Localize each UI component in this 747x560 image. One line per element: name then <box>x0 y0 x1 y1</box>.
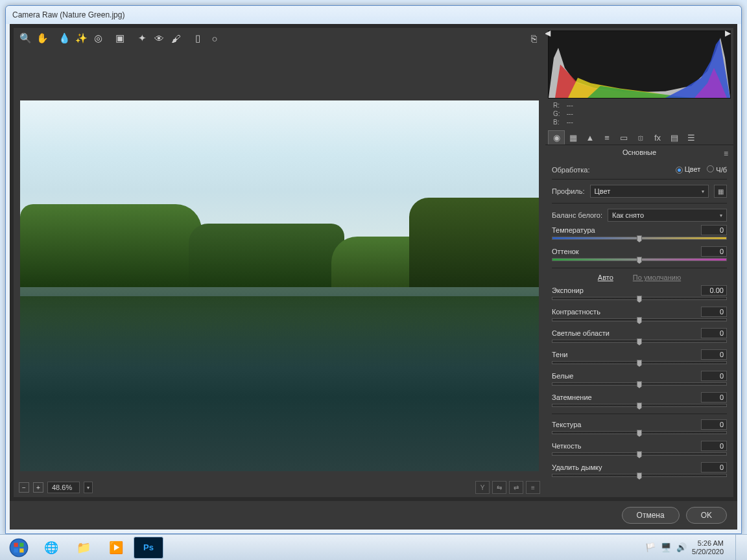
image-preview <box>20 55 539 471</box>
taskbar-ie-icon[interactable]: 🌐 <box>36 537 66 559</box>
spot-removal-tool-icon[interactable]: ✦ <box>134 30 150 46</box>
contrast-value[interactable]: 0 <box>701 307 727 317</box>
tray-volume-icon[interactable]: 🔊 <box>676 542 687 552</box>
panel-body: Обработка: Цвет Ч/б Профиль: Цвет▾ ▦ <box>545 159 733 497</box>
contrast-label: Контрастность <box>552 308 600 316</box>
shadow-clip-icon[interactable]: ◀ <box>545 29 554 38</box>
tint-slider[interactable] <box>552 258 727 261</box>
temperature-slider[interactable] <box>552 237 727 240</box>
before-after-icon[interactable]: Y <box>475 481 490 494</box>
panel-title: Основные <box>622 148 656 156</box>
start-button[interactable] <box>4 537 34 559</box>
texture-label: Текстура <box>552 421 581 428</box>
tab-basic-icon[interactable]: ◉ <box>548 130 565 145</box>
radial-filter-tool-icon[interactable]: ○ <box>207 30 222 46</box>
panel-tabs: ◉ ▦ ▲ ≡ ▭ ⎅ fx ▤ ☰ <box>545 128 733 145</box>
tab-split-icon[interactable]: ▭ <box>615 130 632 145</box>
dehaze-label: Удалить дымку <box>552 463 602 471</box>
adjustment-brush-tool-icon[interactable]: 🖌 <box>168 30 184 46</box>
svg-point-0 <box>10 539 28 557</box>
treatment-bw-radio[interactable]: Ч/б <box>707 165 727 174</box>
zoom-out-button[interactable]: − <box>19 482 29 493</box>
temperature-value[interactable]: 0 <box>701 225 727 235</box>
wb-select[interactable]: Как снято▾ <box>608 209 727 222</box>
tab-lens-icon[interactable]: ⎅ <box>632 130 649 145</box>
blacks-value[interactable]: 0 <box>701 392 727 402</box>
treatment-label: Обработка: <box>552 166 590 174</box>
tab-detail-icon[interactable]: ▲ <box>582 130 599 145</box>
tab-fx-icon[interactable]: fx <box>649 130 666 145</box>
wb-label: Баланс белого: <box>552 211 602 219</box>
texture-slider[interactable] <box>552 431 727 434</box>
shadows-value[interactable]: 0 <box>701 349 727 360</box>
color-sampler-tool-icon[interactable]: ✨ <box>73 30 89 46</box>
dehaze-value[interactable]: 0 <box>701 462 727 472</box>
zoom-dropdown[interactable]: ▾ <box>84 482 93 493</box>
exposure-value[interactable]: 0.00 <box>701 285 727 296</box>
exposure-slider[interactable] <box>552 297 727 300</box>
image-canvas[interactable] <box>14 49 545 478</box>
default-link[interactable]: По умолчанию <box>633 274 681 281</box>
clock-date: 5/20/2020 <box>692 548 724 556</box>
swap-icon[interactable]: ⇄ <box>509 481 523 494</box>
profile-label: Профиль: <box>552 187 585 195</box>
white-balance-tool-icon[interactable]: 💧 <box>56 30 72 46</box>
shadows-slider[interactable] <box>552 361 727 364</box>
camera-raw-window: Camera Raw (Nature Green.jpg) 🔍 ✋ 💧 ✨ ◎ … <box>5 5 742 534</box>
window-titlebar[interactable]: Camera Raw (Nature Green.jpg) <box>6 6 741 24</box>
auto-link[interactable]: Авто <box>598 274 613 281</box>
svg-rect-3 <box>14 548 18 552</box>
svg-rect-2 <box>19 542 23 546</box>
zoom-value[interactable]: 48.6% <box>47 482 80 493</box>
exposure-label: Экспонир <box>552 286 584 294</box>
app-body: 🔍 ✋ 💧 ✨ ◎ ▣ ✦ 👁 🖌 ▯ ○ ⎘ <box>10 24 737 530</box>
cancel-button[interactable]: Отмена <box>622 507 680 524</box>
targeted-adjust-tool-icon[interactable]: ◎ <box>90 30 106 46</box>
zoom-tool-icon[interactable]: 🔍 <box>18 30 33 46</box>
taskbar-clock[interactable]: 5:26 AM 5/20/2020 <box>692 539 728 556</box>
blacks-label: Затемнение <box>552 393 592 401</box>
preferences-icon[interactable]: ⎘ <box>526 30 541 46</box>
tab-curve-icon[interactable]: ▦ <box>565 130 582 145</box>
whites-slider[interactable] <box>552 382 727 386</box>
tint-value[interactable]: 0 <box>701 246 727 257</box>
ok-button[interactable]: OK <box>686 507 727 524</box>
tab-calibration-icon[interactable]: ▤ <box>666 130 683 145</box>
highlight-clip-icon[interactable]: ▶ <box>725 29 733 38</box>
histogram[interactable]: ◀ ▶ <box>548 30 731 99</box>
blacks-slider[interactable] <box>552 404 727 407</box>
show-desktop-button[interactable] <box>735 535 743 561</box>
highlights-label: Светлые области <box>552 329 610 337</box>
tab-hsl-icon[interactable]: ≡ <box>599 130 615 145</box>
profile-select[interactable]: Цвет▾ <box>590 185 709 198</box>
graduated-filter-tool-icon[interactable]: ▯ <box>190 30 206 46</box>
crop-tool-icon[interactable]: ▣ <box>112 30 128 46</box>
profile-browser-icon[interactable]: ▦ <box>714 185 727 198</box>
tray-flag-icon[interactable]: 🏳️ <box>645 542 656 552</box>
taskbar-photoshop-icon[interactable]: Ps <box>134 537 163 559</box>
whites-value[interactable]: 0 <box>701 371 727 381</box>
hand-tool-icon[interactable]: ✋ <box>34 30 50 46</box>
highlights-slider[interactable] <box>552 340 727 343</box>
taskbar-wmp-icon[interactable]: ▶️ <box>101 537 131 559</box>
view-mode-icon[interactable]: ⇆ <box>492 481 506 494</box>
settings-icon[interactable]: ≡ <box>526 481 540 494</box>
tray-network-icon[interactable]: 🖥️ <box>661 542 671 552</box>
treatment-color-radio[interactable]: Цвет <box>676 165 701 174</box>
status-bar: − + 48.6% ▾ Y ⇆ ⇄ ≡ <box>14 478 545 497</box>
left-pane: 🔍 ✋ 💧 ✨ ◎ ▣ ✦ 👁 🖌 ▯ ○ ⎘ <box>14 28 545 497</box>
panel-menu-icon[interactable]: ≡ <box>724 149 728 158</box>
clarity-slider[interactable] <box>552 452 727 456</box>
contrast-slider[interactable] <box>552 318 727 321</box>
red-eye-tool-icon[interactable]: 👁 <box>151 30 167 46</box>
highlights-value[interactable]: 0 <box>701 328 727 338</box>
tab-presets-icon[interactable]: ☰ <box>683 130 700 145</box>
zoom-in-button[interactable]: + <box>33 482 43 493</box>
whites-label: Белые <box>552 372 573 380</box>
taskbar-explorer-icon[interactable]: 📁 <box>69 537 99 559</box>
window-title: Camera Raw (Nature Green.jpg) <box>12 10 124 19</box>
texture-value[interactable]: 0 <box>701 419 727 430</box>
dehaze-slider[interactable] <box>552 474 727 477</box>
clarity-value[interactable]: 0 <box>701 441 727 451</box>
svg-rect-4 <box>19 548 23 552</box>
